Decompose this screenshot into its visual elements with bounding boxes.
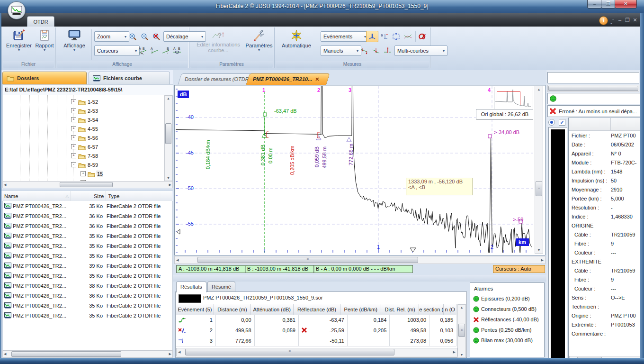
- chart-vscrollbar[interactable]: ▲ ≡ ▼: [535, 86, 543, 254]
- cursor-link-ab-button[interactable]: AB: [171, 45, 183, 56]
- tab-dossier-mesures[interactable]: Dossier de mesures (OTDR: [178, 73, 254, 85]
- display-button[interactable]: Affichage ▾: [59, 29, 89, 61]
- tree-hscroll-thumb[interactable]: [60, 182, 113, 187]
- results-column-header[interactable]: Distance (m): [214, 304, 251, 315]
- mdi-minimize-button[interactable]: –: [617, 17, 623, 23]
- mdi-close-button[interactable]: ✕: [632, 17, 638, 23]
- chart-scroll-left-icon[interactable]: ◀: [176, 258, 179, 262]
- results-hscrollbar[interactable]: ◀ ≡ ▶: [176, 348, 457, 356]
- filelist-scroll-left-icon[interactable]: ◀: [4, 352, 6, 356]
- results-column-header[interactable]: Dist. Rel. (m): [381, 304, 419, 315]
- manual-reflectance-button[interactable]: [381, 45, 394, 56]
- tree-expander[interactable]: +: [71, 108, 76, 113]
- curve-checkbox[interactable]: ✓: [559, 119, 565, 126]
- tree-item[interactable]: +2-53: [71, 106, 98, 115]
- results-hscroll-thumb[interactable]: ≡: [185, 349, 394, 355]
- file-row[interactable]: PMZ PT000426_TR2...35 KoFiberCable 2 OTD…: [3, 300, 171, 310]
- file-row[interactable]: PMZ PT000426_TR2...36 KoFiberCable 2 OTD…: [3, 291, 171, 300]
- manual-splice-button[interactable]: [370, 45, 382, 56]
- file-row[interactable]: PMZ PT000426_TR2...35 KoFiberCable 2 OTD…: [3, 310, 171, 320]
- mdi-restore-button[interactable]: ❐: [625, 17, 630, 23]
- tree-expander[interactable]: +: [71, 99, 76, 104]
- event-attenuation-button[interactable]: θ: [378, 31, 391, 42]
- results-row[interactable]: 2499,580,059-25,590,205499,580,103: [176, 325, 456, 336]
- manual-2pt-button[interactable]: [358, 45, 371, 56]
- edit-curve-info-button[interactable]: ? Editer informations courbe...: [192, 29, 245, 61]
- tree-item[interactable]: +1-52: [71, 97, 98, 106]
- tab-dossiers[interactable]: Dossiers: [2, 72, 87, 85]
- zoom-out-button[interactable]: [138, 31, 151, 42]
- manuels-combo[interactable]: Manuels▾: [321, 46, 361, 56]
- results-scroll-up-icon[interactable]: ▲: [458, 306, 465, 309]
- tree-hscrollbar[interactable]: ◀ ▶: [2, 181, 173, 188]
- tree-expander[interactable]: +: [71, 126, 76, 131]
- tree-expander[interactable]: +: [71, 135, 76, 140]
- filelist-scroll-right-icon[interactable]: ▶: [169, 352, 171, 356]
- tree-item[interactable]: -8-59: [71, 160, 98, 169]
- results-splitter[interactable]: [173, 275, 546, 282]
- tree-expander[interactable]: +: [80, 171, 86, 176]
- results-row[interactable]: 3772,66-50,11273,080,056: [176, 336, 456, 346]
- tree-item[interactable]: +6-57: [71, 142, 98, 151]
- multi-courbes-combo[interactable]: Multi-courbes▾: [394, 46, 447, 56]
- tree-scroll-left-icon[interactable]: ◀: [4, 183, 6, 187]
- info-button[interactable]: i: [599, 16, 608, 25]
- chart-hscrollbar[interactable]: ◀ ≡ ▶: [174, 256, 546, 264]
- right-mini-scrollbar[interactable]: [547, 85, 639, 92]
- zoom-combo[interactable]: Zoom▾: [94, 31, 129, 42]
- filelist-hscroll-thumb[interactable]: [11, 351, 121, 357]
- chart-hscroll-thumb[interactable]: ≡: [197, 257, 418, 263]
- tree-expander[interactable]: +: [71, 144, 76, 149]
- folder-tree[interactable]: +1-52+2-53+3-54+4-55+5-56+6-57+7-58-8-59…: [2, 95, 173, 182]
- results-scroll-left-icon[interactable]: ◀: [178, 350, 180, 354]
- left-splitter[interactable]: [1, 188, 173, 191]
- results-scroll-right-icon[interactable]: ▶: [453, 350, 456, 354]
- tab-resume[interactable]: Résumé: [207, 282, 235, 292]
- evenements-combo[interactable]: Evénements▾: [321, 31, 369, 42]
- filelist-hscrollbar[interactable]: ◀ ▶: [2, 350, 173, 358]
- column-header-type[interactable]: Type: [106, 191, 172, 201]
- tree-item[interactable]: +3-54: [71, 115, 98, 124]
- save-button[interactable]: Enregistrer ▾: [3, 29, 35, 61]
- tree-item[interactable]: +15: [80, 169, 103, 178]
- tree-scroll-right-icon[interactable]: ▶: [169, 183, 171, 187]
- file-row[interactable]: PMZ PT000426_TR2...38 KoFiberCable 2 OTD…: [3, 281, 171, 291]
- chart-scroll-up-icon[interactable]: ▲: [535, 88, 543, 91]
- event-marker-button[interactable]: [366, 31, 378, 42]
- app-menu-button[interactable]: [8, 1, 26, 19]
- tab-close-icon[interactable]: ✕: [315, 74, 319, 84]
- tree-vscroll-thumb[interactable]: [165, 123, 171, 144]
- measure-delete-button[interactable]: ✗: [418, 31, 430, 42]
- zoom-reset-button[interactable]: [150, 31, 162, 42]
- parametres-button[interactable]: Paramètres ▾: [245, 29, 273, 61]
- event-zone-button[interactable]: [390, 31, 402, 42]
- minimize-button[interactable]: –: [587, 0, 602, 9]
- file-row[interactable]: PMZ PT000426_TR2...35 KoFiberCable 2 OTD…: [3, 251, 171, 261]
- zoom-in-button[interactable]: [126, 31, 139, 42]
- tree-expander[interactable]: -: [71, 162, 76, 167]
- file-row[interactable]: PMZ PT000426_TR2...36 KoFiberCable 2 OTD…: [3, 211, 171, 221]
- file-row[interactable]: PMZ PT000426_TR2...36 KoFiberCable 2 OTD…: [3, 221, 171, 231]
- tree-scroll-down-icon[interactable]: ▼: [165, 176, 172, 180]
- tree-expander[interactable]: +: [71, 153, 76, 158]
- results-column-header[interactable]: Réflectance (dB): [294, 304, 341, 315]
- cursor-a-button[interactable]: A: [148, 45, 161, 56]
- tree-item[interactable]: +5-56: [71, 133, 98, 142]
- otdr-plot[interactable]: dB km -40-45-50-55121234-63,47 dB0,184 d…: [176, 86, 533, 253]
- file-row[interactable]: PMZ PT000426_TR2...35 KoFiberCable 2 OTD…: [3, 271, 171, 281]
- file-row[interactable]: PMZ PT000426_TR2...39 KoFiberCable 2 OTD…: [3, 261, 171, 271]
- tab-fichiers-courbe[interactable]: Fichiers courbe: [89, 72, 170, 85]
- results-scroll-down-icon[interactable]: ▼: [458, 353, 465, 356]
- results-table-header[interactable]: Evénement (5)Distance (m)Atténuation (dB…: [176, 304, 456, 315]
- file-row[interactable]: PMZ PT000426_TR2...35 KoFiberCable 2 OTD…: [3, 241, 171, 251]
- close-button[interactable]: ✕: [615, 0, 637, 9]
- tab-resultats[interactable]: Résultats: [176, 282, 206, 292]
- tree-expander[interactable]: +: [71, 117, 76, 122]
- results-column-header[interactable]: Pente (dB/km): [340, 304, 381, 315]
- tree-item[interactable]: +4-55: [71, 124, 98, 133]
- tab-otdr[interactable]: OTDR: [27, 16, 54, 27]
- results-column-header[interactable]: n (O: [444, 304, 456, 315]
- results-row[interactable]: 10,000,381-63,470,1841003,000,185: [176, 315, 456, 326]
- results-vscroll-thumb[interactable]: ≡: [458, 324, 465, 337]
- chart-vscroll-thumb[interactable]: ≡: [536, 181, 542, 196]
